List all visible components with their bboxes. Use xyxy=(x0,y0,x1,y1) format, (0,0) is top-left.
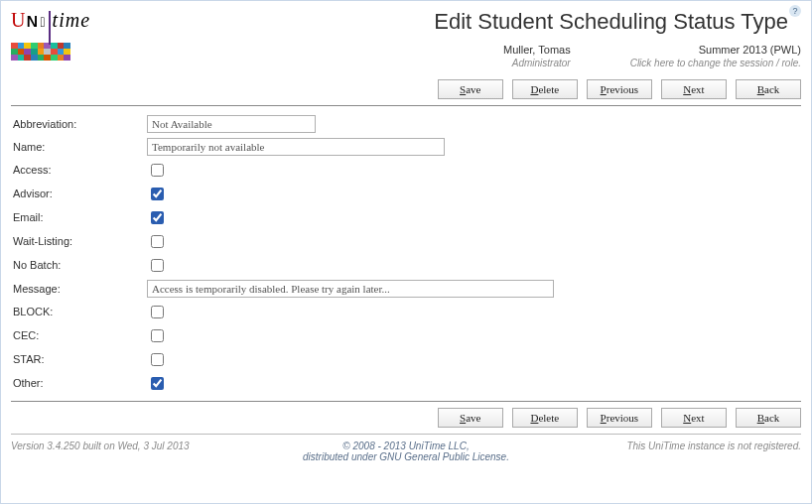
delete-button-bottom[interactable]: Delete xyxy=(512,408,578,428)
next-button-bottom[interactable]: Next xyxy=(661,408,727,428)
back-button-bottom[interactable]: Back xyxy=(736,408,801,428)
footer-copyright-2: distributed under GNU General Public Lic… xyxy=(303,451,509,462)
page-title: Edit Student Scheduling Status Type xyxy=(434,9,788,35)
star-checkbox[interactable] xyxy=(151,353,164,366)
delete-button[interactable]: Delete xyxy=(512,79,578,99)
label-star: STAR: xyxy=(11,347,145,371)
previous-button[interactable]: Previous xyxy=(587,79,652,99)
save-button[interactable]: Save xyxy=(438,79,503,99)
user-session-row: Muller, Tomas Administrator Summer 2013 … xyxy=(130,43,801,69)
label-waitlisting: Wait-Listing: xyxy=(11,229,145,253)
logo-color-grid xyxy=(11,43,70,61)
message-input[interactable] xyxy=(147,280,554,298)
user-role: Administrator xyxy=(503,57,571,69)
divider-footer xyxy=(11,434,801,435)
session-hint[interactable]: Click here to change the session / role. xyxy=(630,57,801,69)
label-name: Name: xyxy=(11,135,145,158)
user-name: Muller, Tomas xyxy=(503,43,571,57)
header: Uɴɪtime Edit Student Scheduling Status T… xyxy=(11,7,801,69)
divider-bottom xyxy=(11,401,801,402)
form-table: Abbreviation: Name: Access: Advisor: Ema… xyxy=(11,112,801,395)
other-checkbox[interactable] xyxy=(151,377,164,390)
access-checkbox[interactable] xyxy=(151,164,164,177)
logo: Uɴɪtime xyxy=(11,7,130,61)
waitlisting-checkbox[interactable] xyxy=(151,235,164,248)
divider-top xyxy=(11,105,801,106)
session-name[interactable]: Summer 2013 (PWL) xyxy=(630,43,801,57)
button-row-bottom: Save Delete Previous Next Back xyxy=(11,408,801,428)
label-email: Email: xyxy=(11,205,145,229)
label-abbreviation: Abbreviation: xyxy=(11,112,145,135)
block-checkbox[interactable] xyxy=(151,306,164,318)
name-input[interactable] xyxy=(147,138,445,156)
button-row-top: Save Delete Previous Next Back xyxy=(11,79,801,99)
footer-registration: This UniTime instance is not registered. xyxy=(573,441,801,462)
label-other: Other: xyxy=(11,371,145,395)
email-checkbox[interactable] xyxy=(151,211,164,224)
save-button-bottom[interactable]: Save xyxy=(438,408,503,428)
logo-time-text: time xyxy=(53,9,90,31)
nobatch-checkbox[interactable] xyxy=(151,259,164,272)
cec-checkbox[interactable] xyxy=(151,329,164,342)
label-cec: CEC: xyxy=(11,323,145,347)
label-nobatch: No Batch: xyxy=(11,253,145,277)
next-button[interactable]: Next xyxy=(661,79,727,99)
back-button[interactable]: Back xyxy=(736,79,801,99)
abbreviation-input[interactable] xyxy=(147,115,316,133)
label-block: BLOCK: xyxy=(11,300,145,323)
footer-version: Version 3.4.250 built on Wed, 3 Jul 2013 xyxy=(11,441,239,462)
advisor-checkbox[interactable] xyxy=(151,188,164,200)
label-message: Message: xyxy=(11,277,145,300)
page-root: Uɴɪtime Edit Student Scheduling Status T… xyxy=(0,0,812,504)
footer: Version 3.4.250 built on Wed, 3 Jul 2013… xyxy=(11,441,801,462)
help-icon[interactable]: ? xyxy=(789,5,801,17)
footer-copyright-1: © 2008 - 2013 UniTime LLC, xyxy=(342,441,469,451)
previous-button-bottom[interactable]: Previous xyxy=(587,408,652,428)
label-access: Access: xyxy=(11,158,145,182)
label-advisor: Advisor: xyxy=(11,182,145,205)
